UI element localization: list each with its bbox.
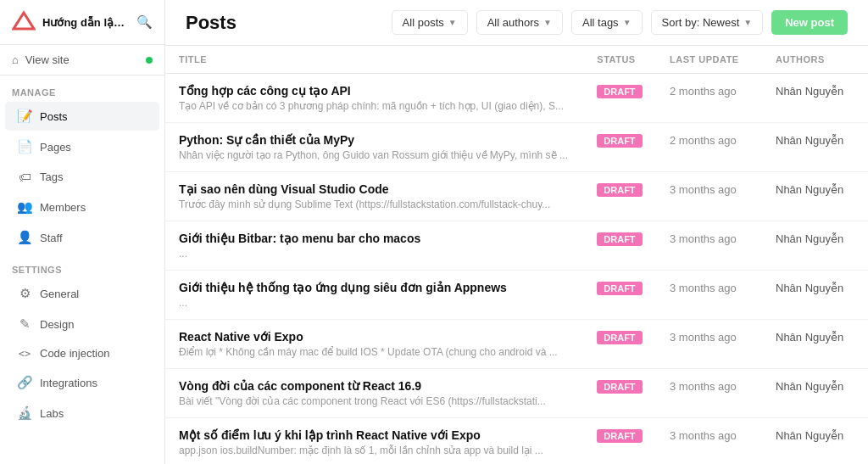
author-cell-3: Nhân Nguyễn [762, 221, 868, 271]
all-tags-label: All tags [582, 16, 619, 29]
pages-icon: 📄 [17, 139, 32, 154]
all-tags-filter[interactable]: All tags ▼ [571, 10, 643, 35]
settings-section-label: SETTINGS [0, 253, 164, 278]
sidebar-item-code-injection[interactable]: <> Code injection [5, 340, 159, 366]
status-badge: DRAFT [597, 85, 642, 98]
view-site-label: View site [25, 53, 70, 66]
tags-icon: 🏷 [17, 170, 32, 184]
col-header-authors: AUTHORS [762, 46, 868, 74]
author-name: Nhân Nguyễn [776, 282, 843, 294]
sidebar-item-members[interactable]: 👥 Members [5, 193, 159, 221]
table-row[interactable]: Giới thiệu Bitbar: tạo menu bar cho maco… [165, 221, 868, 271]
post-title: Tại sao nên dùng Visual Studio Code [179, 182, 570, 196]
posts-table-wrapper: TITLE STATUS LAST UPDATE AUTHORS Tổng hợ… [165, 46, 868, 464]
update-cell-4: 3 months ago [656, 271, 762, 320]
update-cell-2: 3 months ago [656, 172, 762, 221]
author-name: Nhân Nguyễn [776, 85, 843, 98]
last-update-value: 3 months ago [670, 380, 737, 393]
all-posts-label: All posts [403, 16, 444, 29]
sidebar-item-staff-label: Staff [40, 232, 63, 244]
post-title: Python: Sự cần thiết của MyPy [179, 133, 570, 147]
labs-icon: 🔬 [17, 405, 32, 421]
status-cell-0: DRAFT [583, 74, 656, 123]
all-authors-label: All authors [487, 16, 539, 29]
post-excerpt: Bài viết "Vòng đời của các component tro… [179, 395, 570, 407]
author-cell-0: Nhân Nguyễn [762, 74, 868, 123]
status-badge: DRAFT [597, 429, 642, 443]
sidebar-item-pages-label: Pages [40, 141, 71, 154]
general-icon: ⚙ [17, 286, 32, 301]
sidebar-item-posts[interactable]: 📝 Posts [5, 102, 159, 131]
last-update-value: 3 months ago [670, 232, 737, 245]
sort-label: Sort by: Newest [662, 16, 740, 29]
table-row[interactable]: Vòng đời của các component từ React 16.9… [165, 369, 868, 418]
table-row[interactable]: React Native với Expo Điểm lợi * Không c… [165, 320, 868, 369]
post-title: Vòng đời của các component từ React 16.9 [179, 379, 570, 393]
table-row[interactable]: Giới thiệu hệ thống tạo ứng dụng siêu đơ… [165, 271, 868, 320]
post-title: React Native với Expo [179, 330, 570, 344]
author-name: Nhân Nguyễn [776, 331, 843, 344]
status-cell-1: DRAFT [583, 123, 656, 172]
sidebar-item-pages[interactable]: 📄 Pages [5, 132, 159, 161]
status-badge: DRAFT [597, 134, 642, 148]
integrations-icon: 🔗 [17, 375, 32, 390]
update-cell-6: 3 months ago [656, 369, 762, 418]
svg-marker-0 [14, 13, 34, 29]
design-icon: ✎ [17, 316, 32, 332]
table-row[interactable]: Tại sao nên dùng Visual Studio Code Trướ… [165, 172, 868, 221]
author-name: Nhân Nguyễn [776, 380, 843, 393]
table-row[interactable]: Một số điểm lưu ý khi lập trình React Na… [165, 418, 868, 465]
col-header-title: TITLE [165, 46, 583, 74]
status-cell-6: DRAFT [583, 369, 656, 418]
last-update-value: 3 months ago [670, 183, 737, 196]
sidebar-item-integrations[interactable]: 🔗 Integrations [5, 368, 159, 397]
author-cell-1: Nhân Nguyễn [762, 123, 868, 172]
manage-section-label: MANAGE [0, 75, 164, 101]
all-posts-filter[interactable]: All posts ▼ [392, 10, 468, 35]
last-update-value: 2 months ago [670, 134, 737, 147]
author-cell-6: Nhân Nguyễn [762, 369, 868, 418]
sidebar-item-view-site[interactable]: ⌂ View site [0, 45, 164, 75]
new-post-button[interactable]: New post [771, 10, 848, 35]
update-cell-5: 3 months ago [656, 320, 762, 369]
sidebar-item-general[interactable]: ⚙ General [5, 279, 159, 308]
post-title: Tổng hợp các công cụ tạo API [179, 84, 570, 98]
sidebar-item-staff[interactable]: 👤 Staff [5, 223, 159, 252]
author-cell-5: Nhân Nguyễn [762, 320, 868, 369]
sidebar-item-tags[interactable]: 🏷 Tags [5, 163, 159, 191]
staff-icon: 👤 [17, 230, 32, 245]
sidebar-item-design-label: Design [40, 318, 74, 331]
chevron-down-icon: ▼ [543, 18, 552, 27]
search-icon[interactable]: 🔍 [136, 14, 153, 30]
author-name: Nhân Nguyễn [776, 232, 843, 245]
post-excerpt: app.json ios.buildNumber: mặc định là số… [179, 444, 570, 456]
app-logo [12, 10, 36, 34]
update-cell-7: 3 months ago [656, 418, 762, 465]
status-cell-7: DRAFT [583, 418, 656, 465]
sort-filter[interactable]: Sort by: Newest ▼ [651, 10, 764, 35]
sidebar-item-labs-label: Labs [40, 407, 64, 420]
all-authors-filter[interactable]: All authors ▼ [476, 10, 563, 35]
post-cell-5: React Native với Expo Điểm lợi * Không c… [165, 320, 583, 369]
table-row[interactable]: Tổng hợp các công cụ tạo API Tạo API về … [165, 74, 868, 123]
table-row[interactable]: Python: Sự cần thiết của MyPy Nhân việc … [165, 123, 868, 172]
update-cell-3: 3 months ago [656, 221, 762, 271]
sidebar-title: Hướng dẫn lập trìn... [42, 16, 130, 29]
status-badge: DRAFT [597, 282, 642, 295]
last-update-value: 2 months ago [670, 85, 737, 98]
chevron-down-icon: ▼ [448, 18, 457, 27]
post-title: Một số điểm lưu ý khi lập trình React Na… [179, 428, 570, 442]
last-update-value: 3 months ago [670, 429, 737, 442]
sidebar: Hướng dẫn lập trìn... 🔍 ⌂ View site MANA… [0, 0, 165, 464]
author-cell-2: Nhân Nguyễn [762, 172, 868, 221]
sidebar-header: Hướng dẫn lập trìn... 🔍 [0, 0, 164, 45]
update-cell-1: 2 months ago [656, 123, 762, 172]
posts-icon: 📝 [17, 109, 32, 124]
post-title: Giới thiệu hệ thống tạo ứng dụng siêu đơ… [179, 281, 570, 294]
sidebar-item-labs[interactable]: 🔬 Labs [5, 399, 159, 428]
status-badge: DRAFT [597, 183, 642, 197]
sidebar-item-design[interactable]: ✎ Design [5, 310, 159, 338]
page-title: Posts [186, 12, 383, 34]
author-name: Nhân Nguyễn [776, 429, 843, 442]
chevron-down-icon: ▼ [623, 18, 632, 27]
